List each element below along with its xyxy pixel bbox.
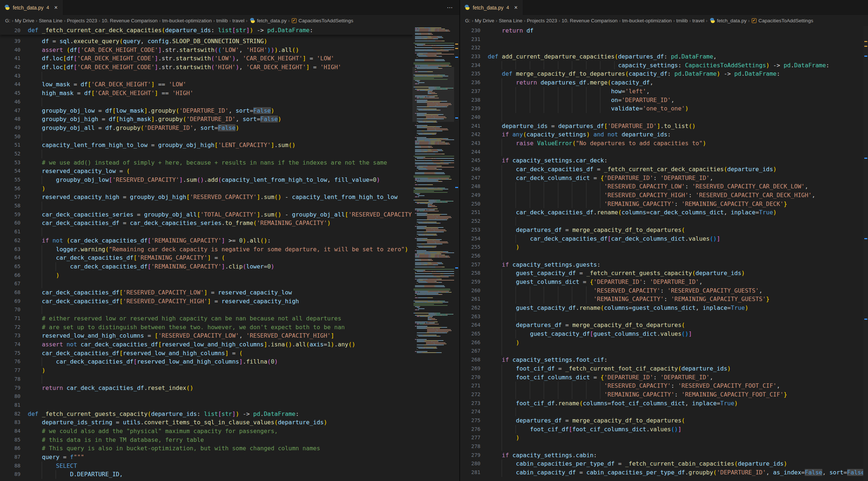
- line-number[interactable]: 249: [460, 191, 480, 200]
- line-number[interactable]: 280: [460, 459, 480, 468]
- line-number[interactable]: 266: [460, 338, 480, 347]
- code-line[interactable]: 270 foot_cif_columns_dict = {'DEPARTURE_…: [460, 373, 868, 382]
- line-number[interactable]: 77: [0, 366, 20, 375]
- code-line[interactable]: 46: [0, 98, 459, 106]
- code-line[interactable]: 245 if capacity_settings.car_deck:: [460, 156, 868, 165]
- line-number[interactable]: 250: [460, 200, 480, 208]
- code-line[interactable]: 68 car_deck_capacities_df['RESERVED_CAPA…: [0, 288, 459, 297]
- line-number[interactable]: 258: [460, 269, 480, 278]
- line-number[interactable]: 253: [460, 226, 480, 234]
- line-number[interactable]: 83: [0, 418, 20, 427]
- code-line[interactable]: 50: [0, 132, 459, 141]
- line-number[interactable]: 231: [460, 35, 480, 44]
- code-line[interactable]: 83 departure_ids_string = utils.convert_…: [0, 418, 459, 427]
- line-number[interactable]: 75: [0, 349, 20, 358]
- editor-actions-more-icon[interactable]: ⋯: [447, 0, 453, 15]
- breadcrumb-item[interactable]: Projects 2023: [527, 18, 557, 23]
- line-number[interactable]: 230: [460, 26, 480, 35]
- code-line[interactable]: 231: [460, 35, 868, 44]
- line-number[interactable]: 74: [0, 340, 20, 349]
- breadcrumb-item[interactable]: travel: [232, 18, 244, 23]
- breadcrumb-item[interactable]: Projects 2023: [67, 18, 97, 23]
- code-line[interactable]: 239 validate='one_to_one'): [460, 104, 868, 113]
- close-icon[interactable]: ×: [54, 4, 57, 11]
- code-line[interactable]: 48 groupby_obj_high = df[high_mask].grou…: [0, 115, 459, 124]
- code-line[interactable]: 65 car_deck_capacities_df['REMAINING_CAP…: [0, 262, 459, 271]
- line-number[interactable]: 56: [0, 184, 20, 193]
- line-number[interactable]: 85: [0, 436, 20, 444]
- line-number[interactable]: 61: [0, 228, 20, 236]
- code-line[interactable]: 54 reserved_capacity_low = (: [0, 167, 459, 176]
- line-number[interactable]: 262: [460, 304, 480, 312]
- code-line[interactable]: 278: [460, 442, 868, 451]
- code-line[interactable]: 71 # either reserved low or reserved hig…: [0, 314, 459, 323]
- line-number[interactable]: 20: [0, 26, 20, 35]
- tab-fetch-data-left[interactable]: fetch_data.py 4 ×: [0, 0, 63, 15]
- code-line[interactable]: 44 low_mask = df['CAR_DECK_HEIGHT'] == '…: [0, 80, 459, 89]
- breadcrumb-item[interactable]: Stena Line: [499, 18, 522, 23]
- close-icon[interactable]: ×: [514, 4, 517, 11]
- line-number[interactable]: 87: [0, 453, 20, 462]
- code-line[interactable]: 261 'REMAINING_CAPACITY': 'REMAINING_CAP…: [460, 295, 868, 304]
- line-number[interactable]: 41: [0, 54, 20, 63]
- code-line[interactable]: 84 # we could also add the "physical" ma…: [0, 427, 459, 436]
- line-number[interactable]: 248: [460, 182, 480, 191]
- line-number[interactable]: 63: [0, 245, 20, 254]
- code-line[interactable]: 268 if capacity_settings.foot_cif:: [460, 356, 868, 364]
- code-line[interactable]: 41 df.loc[df['CAR_DECK_HEIGHT_CODE'].str…: [0, 54, 459, 63]
- code-line[interactable]: 75 car_deck_capacities_df[reserved_low_a…: [0, 349, 459, 358]
- line-number[interactable]: 55: [0, 176, 20, 184]
- line-number[interactable]: 271: [460, 382, 480, 390]
- code-line[interactable]: 88 SELECT: [0, 462, 459, 470]
- code-line[interactable]: 56 ): [0, 184, 459, 193]
- line-number[interactable]: 62: [0, 236, 20, 245]
- code-line[interactable]: 70: [0, 305, 459, 314]
- code-line[interactable]: 42 df.loc[df['CAR_DECK_HEIGHT_CODE'].str…: [0, 63, 459, 72]
- line-number[interactable]: 242: [460, 130, 480, 139]
- line-number[interactable]: 261: [460, 295, 480, 304]
- line-number[interactable]: 260: [460, 286, 480, 295]
- breadcrumb-item[interactable]: 10. Revenue Comparison: [102, 18, 158, 23]
- code-line[interactable]: 85 # this data is in the TM database, fe…: [0, 436, 459, 444]
- code-line[interactable]: 62 if not (car_deck_capacities_df['REMAI…: [0, 236, 459, 245]
- code-line[interactable]: 260 'RESERVED_CAPACITY': 'RESERVED_CAPAC…: [460, 286, 868, 295]
- code-line[interactable]: 72 # are set up to distinguish between t…: [0, 323, 459, 332]
- line-number[interactable]: 241: [460, 122, 480, 131]
- line-number[interactable]: 235: [460, 69, 480, 78]
- code-line[interactable]: 242 if any(capacity_settings) and not de…: [460, 130, 868, 139]
- code-line[interactable]: 253 departures_df = merge_capacity_df_to…: [460, 226, 868, 234]
- line-number[interactable]: 48: [0, 115, 20, 124]
- code-line[interactable]: 77 ): [0, 366, 459, 375]
- code-line[interactable]: 49 groupby_obj_all = df.groupby('DEPARTU…: [0, 124, 459, 132]
- code-line[interactable]: 266 ): [460, 338, 868, 347]
- line-number[interactable]: 53: [0, 158, 20, 167]
- line-number[interactable]: 269: [460, 364, 480, 373]
- line-number[interactable]: 84: [0, 427, 20, 436]
- line-number[interactable]: 59: [0, 210, 20, 219]
- breadcrumb-item[interactable]: tmilib: [216, 18, 228, 23]
- breadcrumb-item[interactable]: G:: [5, 18, 10, 23]
- line-number[interactable]: 78: [0, 375, 20, 384]
- breadcrumb-item[interactable]: 10. Revenue Comparison: [562, 18, 618, 23]
- code-line[interactable]: 257 if capacity_settings.guests:: [460, 260, 868, 269]
- code-line[interactable]: 55 groupby_obj_low['RESERVED_CAPACITY'].…: [0, 176, 459, 184]
- line-number[interactable]: 237: [460, 87, 480, 96]
- line-number[interactable]: 66: [0, 271, 20, 280]
- line-number[interactable]: 243: [460, 139, 480, 148]
- code-line[interactable]: 53 # we use add() instead of simply + he…: [0, 158, 459, 167]
- line-number[interactable]: 89: [0, 470, 20, 479]
- code-line[interactable]: 82def _fetch_current_guests_capacity(dep…: [0, 410, 459, 418]
- line-number[interactable]: 57: [0, 193, 20, 202]
- code-line[interactable]: 64 car_deck_capacities_df['REMAINING_CAP…: [0, 253, 459, 262]
- code-line[interactable]: 57 reserved_capacity_high = groupby_obj_…: [0, 193, 459, 202]
- code-line[interactable]: 61: [0, 228, 459, 236]
- overview-ruler[interactable]: [454, 26, 459, 481]
- line-number[interactable]: 239: [460, 104, 480, 113]
- code-line[interactable]: 43: [0, 72, 459, 80]
- breadcrumb-item[interactable]: tmilib: [676, 18, 688, 23]
- breadcrumb-item[interactable]: fetch_data.py: [717, 18, 747, 23]
- code-line[interactable]: 39 df = sql.execute_query(query, config.…: [0, 37, 459, 46]
- line-number[interactable]: 39: [0, 37, 20, 46]
- line-number[interactable]: 240: [460, 113, 480, 122]
- code-line[interactable]: 40 assert (df['CAR_DECK_HEIGHT_CODE'].st…: [0, 46, 459, 55]
